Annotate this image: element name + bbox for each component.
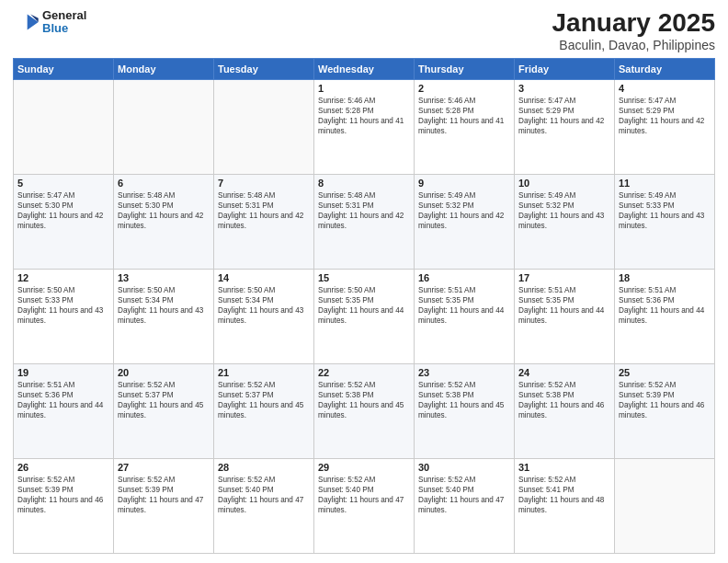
- cell-info: Sunrise: 5:49 AM Sunset: 5:32 PM Dayligh…: [418, 190, 510, 231]
- day-header-sunday: Sunday: [14, 58, 114, 79]
- cell-day-number: 25: [619, 367, 711, 378]
- calendar-cell: 21Sunrise: 5:52 AM Sunset: 5:37 PM Dayli…: [214, 363, 314, 458]
- cell-info: Sunrise: 5:52 AM Sunset: 5:39 PM Dayligh…: [619, 380, 711, 420]
- cell-day-number: 12: [17, 272, 109, 283]
- cell-day-number: 13: [118, 272, 210, 283]
- cell-day-number: 2: [418, 83, 510, 94]
- calendar-cell: 5Sunrise: 5:47 AM Sunset: 5:30 PM Daylig…: [14, 174, 114, 269]
- cell-day-number: 3: [518, 83, 610, 94]
- calendar-cell: 14Sunrise: 5:50 AM Sunset: 5:34 PM Dayli…: [214, 269, 314, 363]
- cell-info: Sunrise: 5:47 AM Sunset: 5:29 PM Dayligh…: [518, 96, 610, 136]
- calendar-cell: 27Sunrise: 5:52 AM Sunset: 5:39 PM Dayli…: [114, 458, 214, 553]
- cell-day-number: 28: [218, 462, 310, 473]
- calendar-cell: [615, 458, 715, 553]
- calendar-table: SundayMondayTuesdayWednesdayThursdayFrid…: [13, 58, 715, 554]
- cell-info: Sunrise: 5:46 AM Sunset: 5:28 PM Dayligh…: [318, 96, 410, 136]
- logo-line2: Blue: [42, 22, 86, 35]
- cell-info: Sunrise: 5:48 AM Sunset: 5:31 PM Dayligh…: [218, 190, 310, 231]
- cell-day-number: 30: [418, 462, 510, 473]
- calendar-cell: 20Sunrise: 5:52 AM Sunset: 5:37 PM Dayli…: [114, 363, 214, 458]
- day-header-thursday: Thursday: [415, 58, 515, 79]
- cell-info: Sunrise: 5:50 AM Sunset: 5:34 PM Dayligh…: [118, 285, 210, 326]
- cell-info: Sunrise: 5:50 AM Sunset: 5:34 PM Dayligh…: [218, 285, 310, 326]
- cell-day-number: 18: [619, 272, 711, 283]
- cell-day-number: 10: [518, 178, 610, 189]
- calendar-subtitle: Baculin, Davao, Philippines: [552, 38, 715, 52]
- logo-icon: [13, 11, 39, 33]
- day-header-friday: Friday: [515, 58, 615, 79]
- calendar-cell: 17Sunrise: 5:51 AM Sunset: 5:35 PM Dayli…: [515, 269, 615, 363]
- cell-day-number: 7: [218, 178, 310, 189]
- calendar-cell: 26Sunrise: 5:52 AM Sunset: 5:39 PM Dayli…: [14, 458, 114, 553]
- cell-day-number: 16: [418, 272, 510, 283]
- cell-day-number: 22: [318, 367, 410, 378]
- cell-day-number: 21: [218, 367, 310, 378]
- cell-day-number: 19: [17, 367, 109, 378]
- page: General Blue January 2025 Baculin, Davao…: [0, 0, 728, 563]
- cell-info: Sunrise: 5:46 AM Sunset: 5:28 PM Dayligh…: [418, 96, 510, 136]
- cell-day-number: 11: [619, 178, 711, 189]
- cell-info: Sunrise: 5:48 AM Sunset: 5:30 PM Dayligh…: [118, 190, 210, 231]
- logo: General Blue: [13, 9, 86, 36]
- cell-info: Sunrise: 5:52 AM Sunset: 5:39 PM Dayligh…: [17, 475, 109, 515]
- cell-info: Sunrise: 5:51 AM Sunset: 5:35 PM Dayligh…: [518, 285, 610, 326]
- cell-day-number: 14: [218, 272, 310, 283]
- cell-day-number: 4: [619, 83, 711, 94]
- calendar-cell: 11Sunrise: 5:49 AM Sunset: 5:33 PM Dayli…: [615, 174, 715, 269]
- calendar-title: January 2025: [552, 9, 715, 38]
- cell-day-number: 17: [518, 272, 610, 283]
- calendar-cell: 12Sunrise: 5:50 AM Sunset: 5:33 PM Dayli…: [14, 269, 114, 363]
- calendar-cell: 29Sunrise: 5:52 AM Sunset: 5:40 PM Dayli…: [314, 458, 415, 553]
- cell-info: Sunrise: 5:52 AM Sunset: 5:38 PM Dayligh…: [518, 380, 610, 420]
- cell-day-number: 15: [318, 272, 410, 283]
- calendar-header-row: SundayMondayTuesdayWednesdayThursdayFrid…: [14, 58, 715, 79]
- cell-day-number: 20: [118, 367, 210, 378]
- cell-day-number: 27: [118, 462, 210, 473]
- cell-day-number: 24: [518, 367, 610, 378]
- calendar-cell: 8Sunrise: 5:48 AM Sunset: 5:31 PM Daylig…: [314, 174, 415, 269]
- calendar-cell: 30Sunrise: 5:52 AM Sunset: 5:40 PM Dayli…: [415, 458, 515, 553]
- cell-day-number: 31: [518, 462, 610, 473]
- calendar-cell: 10Sunrise: 5:49 AM Sunset: 5:32 PM Dayli…: [515, 174, 615, 269]
- day-header-tuesday: Tuesday: [214, 58, 314, 79]
- cell-day-number: 9: [418, 178, 510, 189]
- calendar-cell: 9Sunrise: 5:49 AM Sunset: 5:32 PM Daylig…: [415, 174, 515, 269]
- cell-info: Sunrise: 5:49 AM Sunset: 5:32 PM Dayligh…: [518, 190, 610, 231]
- calendar-week-2: 5Sunrise: 5:47 AM Sunset: 5:30 PM Daylig…: [14, 174, 715, 269]
- calendar-cell: 15Sunrise: 5:50 AM Sunset: 5:35 PM Dayli…: [314, 269, 415, 363]
- cell-info: Sunrise: 5:52 AM Sunset: 5:40 PM Dayligh…: [418, 475, 510, 515]
- calendar-cell: 2Sunrise: 5:46 AM Sunset: 5:28 PM Daylig…: [415, 79, 515, 174]
- calendar-cell: 28Sunrise: 5:52 AM Sunset: 5:40 PM Dayli…: [214, 458, 314, 553]
- calendar-cell: 1Sunrise: 5:46 AM Sunset: 5:28 PM Daylig…: [314, 79, 415, 174]
- title-block: January 2025 Baculin, Davao, Philippines: [552, 9, 715, 52]
- calendar-week-5: 26Sunrise: 5:52 AM Sunset: 5:39 PM Dayli…: [14, 458, 715, 553]
- calendar-cell: 7Sunrise: 5:48 AM Sunset: 5:31 PM Daylig…: [214, 174, 314, 269]
- cell-info: Sunrise: 5:47 AM Sunset: 5:30 PM Dayligh…: [17, 190, 109, 231]
- cell-info: Sunrise: 5:52 AM Sunset: 5:37 PM Dayligh…: [218, 380, 310, 420]
- calendar-week-1: 1Sunrise: 5:46 AM Sunset: 5:28 PM Daylig…: [14, 79, 715, 174]
- calendar-cell: 6Sunrise: 5:48 AM Sunset: 5:30 PM Daylig…: [114, 174, 214, 269]
- calendar-cell: [214, 79, 314, 174]
- calendar-cell: 23Sunrise: 5:52 AM Sunset: 5:38 PM Dayli…: [415, 363, 515, 458]
- cell-info: Sunrise: 5:51 AM Sunset: 5:36 PM Dayligh…: [619, 285, 711, 326]
- cell-info: Sunrise: 5:47 AM Sunset: 5:29 PM Dayligh…: [619, 96, 711, 136]
- day-header-wednesday: Wednesday: [314, 58, 415, 79]
- cell-info: Sunrise: 5:52 AM Sunset: 5:37 PM Dayligh…: [118, 380, 210, 420]
- cell-day-number: 5: [17, 178, 109, 189]
- cell-day-number: 6: [118, 178, 210, 189]
- cell-info: Sunrise: 5:52 AM Sunset: 5:39 PM Dayligh…: [118, 475, 210, 515]
- cell-info: Sunrise: 5:51 AM Sunset: 5:36 PM Dayligh…: [17, 380, 109, 420]
- cell-day-number: 23: [418, 367, 510, 378]
- calendar-cell: 19Sunrise: 5:51 AM Sunset: 5:36 PM Dayli…: [14, 363, 114, 458]
- calendar-cell: [114, 79, 214, 174]
- calendar-cell: 22Sunrise: 5:52 AM Sunset: 5:38 PM Dayli…: [314, 363, 415, 458]
- cell-info: Sunrise: 5:52 AM Sunset: 5:38 PM Dayligh…: [318, 380, 410, 420]
- cell-day-number: 29: [318, 462, 410, 473]
- calendar-cell: 3Sunrise: 5:47 AM Sunset: 5:29 PM Daylig…: [515, 79, 615, 174]
- cell-day-number: 1: [318, 83, 410, 94]
- calendar-cell: 13Sunrise: 5:50 AM Sunset: 5:34 PM Dayli…: [114, 269, 214, 363]
- cell-info: Sunrise: 5:52 AM Sunset: 5:40 PM Dayligh…: [318, 475, 410, 515]
- calendar-cell: 18Sunrise: 5:51 AM Sunset: 5:36 PM Dayli…: [615, 269, 715, 363]
- calendar-cell: 24Sunrise: 5:52 AM Sunset: 5:38 PM Dayli…: [515, 363, 615, 458]
- cell-info: Sunrise: 5:52 AM Sunset: 5:38 PM Dayligh…: [418, 380, 510, 420]
